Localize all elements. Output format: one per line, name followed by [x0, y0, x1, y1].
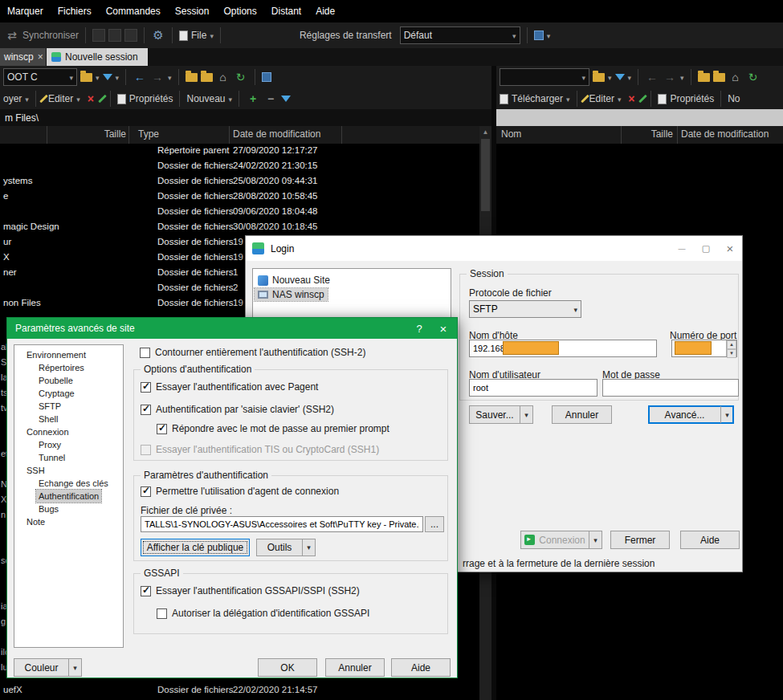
back-icon[interactable]: ←: [133, 70, 147, 84]
remote-path-bar[interactable]: [496, 109, 783, 126]
help-button[interactable]: Aide: [391, 658, 451, 677]
menu-item-session[interactable]: Session: [168, 6, 217, 17]
close-icon[interactable]: [433, 318, 454, 339]
chevron-down-icon[interactable]: [547, 30, 551, 41]
checkbox-checked[interactable]: [141, 382, 151, 393]
chevron-down-icon[interactable]: [76, 93, 80, 104]
checkbox-checked[interactable]: [157, 424, 167, 434]
file-row[interactable]: ystems Dossier de fichiers 25/08/2020 09…: [0, 174, 479, 189]
color-button[interactable]: Couleur: [14, 658, 82, 677]
menu-item-marquer[interactable]: Marquer: [0, 6, 51, 17]
column-header-name[interactable]: Nom: [501, 128, 521, 140]
tree-item-new-site[interactable]: Nouveau Site: [255, 274, 333, 287]
menu-item-fichiers[interactable]: Fichiers: [51, 6, 99, 17]
filter-icon[interactable]: [615, 74, 625, 80]
column-header-size[interactable]: Taille: [48, 128, 126, 140]
gssapi-delegation-checkbox-row[interactable]: Autoriser la délégation d'identification…: [157, 608, 369, 619]
filter-icon[interactable]: [281, 96, 291, 102]
spin-down-icon[interactable]: ▼: [727, 349, 736, 358]
console-tool-icon[interactable]: [108, 29, 121, 42]
login-titlebar[interactable]: Login: [246, 236, 742, 261]
edit-button[interactable]: Editer: [48, 93, 73, 104]
help-button[interactable]: Aide: [680, 531, 740, 549]
tree-item-echange-des-cles[interactable]: Echange des clés: [36, 477, 111, 490]
tree-item-shell[interactable]: Shell: [36, 413, 60, 425]
file-row[interactable]: Dossier de fichiers 24/02/2020 21:30:15: [0, 159, 479, 174]
parent-directory-icon[interactable]: [186, 73, 198, 82]
chevron-down-icon[interactable]: [628, 71, 632, 83]
local-drive-combo[interactable]: OOT C: [3, 68, 77, 86]
cancel-button[interactable]: Annuler: [552, 405, 612, 424]
checkbox-unchecked[interactable]: [157, 608, 167, 619]
bypass-auth-checkbox-row[interactable]: Contourner entièrement l'authentificatio…: [140, 347, 365, 358]
keyboard-interactive-checkbox-row[interactable]: Authentification par 'saisie clavier' (S…: [141, 404, 334, 415]
home-icon[interactable]: ⌂: [216, 70, 230, 84]
remove-icon[interactable]: −: [263, 92, 278, 106]
private-key-input[interactable]: [141, 516, 423, 532]
menu-item-aide[interactable]: Aide: [308, 6, 342, 17]
column-separator[interactable]: [621, 126, 622, 144]
host-input[interactable]: [469, 340, 657, 357]
chevron-down-icon[interactable]: [720, 406, 733, 423]
column-separator[interactable]: [128, 126, 129, 144]
scroll-up-icon[interactable]: ▲: [479, 126, 491, 138]
refresh-icon[interactable]: ↻: [234, 70, 248, 84]
open-directory-icon[interactable]: [593, 73, 605, 82]
ok-button[interactable]: OK: [258, 658, 317, 677]
transfer-preset-combo[interactable]: Défaut: [400, 26, 520, 44]
tree-item-ssh[interactable]: SSH: [24, 464, 47, 477]
column-separator[interactable]: [341, 126, 342, 144]
chevron-down-icon[interactable]: [302, 539, 315, 556]
delete-icon[interactable]: ×: [624, 92, 638, 106]
file-row[interactable]: e Dossier de fichiers 28/08/2020 10:58:4…: [0, 189, 479, 205]
chevron-down-icon[interactable]: [116, 71, 120, 83]
home-icon[interactable]: ⌂: [728, 70, 743, 84]
tree-item-authentification[interactable]: Authentification: [36, 490, 101, 503]
advanced-titlebar[interactable]: Paramètres avancés de site: [7, 318, 457, 339]
synchronize-button[interactable]: Synchroniser: [22, 30, 79, 41]
first-prompt-checkbox-row[interactable]: Répondre avec le mot de passe au premier…: [157, 423, 389, 434]
open-directory-icon[interactable]: [80, 73, 92, 82]
password-input[interactable]: [602, 379, 739, 397]
scrollbar-thumb[interactable]: [481, 139, 490, 211]
column-separator[interactable]: [47, 126, 47, 144]
column-header-date[interactable]: Date de modification: [233, 128, 320, 140]
properties-button[interactable]: Propriétés: [670, 93, 714, 104]
username-input[interactable]: [469, 379, 597, 397]
save-button[interactable]: Sauver...: [469, 405, 533, 424]
advanced-button[interactable]: Avancé...: [648, 405, 734, 424]
synchronize-icon[interactable]: ⇄: [5, 28, 19, 43]
tree-item-repertoires[interactable]: Répertoires: [36, 361, 87, 374]
show-public-key-button[interactable]: Afficher la clé publique: [141, 539, 250, 556]
chevron-down-icon[interactable]: [168, 71, 172, 83]
agent-forwarding-checkbox-row[interactable]: Permettre l'utilisation d'agent de conne…: [141, 486, 339, 497]
menu-item-options[interactable]: Options: [216, 6, 263, 17]
menu-item-distant[interactable]: Distant: [264, 6, 308, 17]
chevron-down-icon[interactable]: [680, 71, 684, 83]
tree-item-note[interactable]: Note: [24, 515, 47, 528]
port-stepper[interactable]: ▲▼: [726, 340, 736, 356]
tree-item-environnement[interactable]: Environnement: [24, 348, 88, 361]
new-button[interactable]: Nouveau: [186, 93, 225, 104]
column-separator[interactable]: [677, 126, 678, 144]
checkbox-checked[interactable]: [141, 586, 151, 596]
column-separator[interactable]: [229, 126, 230, 144]
tree-item-cryptage[interactable]: Cryptage: [36, 387, 77, 400]
protocol-combo[interactable]: SFTP: [469, 300, 581, 318]
rename-icon[interactable]: [98, 95, 107, 104]
chevron-down-icon[interactable]: [520, 406, 532, 423]
file-row[interactable]: Répertoire parent 27/09/2020 12:17:27: [0, 144, 479, 159]
tab-new-session[interactable]: Nouvelle session: [47, 48, 148, 66]
column-header-size[interactable]: Taille: [625, 128, 673, 140]
tree-item-tunnel[interactable]: Tunnel: [36, 451, 67, 464]
chevron-down-icon[interactable]: [25, 93, 29, 104]
download-button[interactable]: Télécharger: [512, 93, 563, 104]
tree-item-bugs[interactable]: Bugs: [36, 503, 61, 515]
forward-icon[interactable]: →: [150, 70, 165, 84]
chevron-down-icon[interactable]: [608, 71, 612, 83]
checkbox-checked[interactable]: [141, 486, 151, 497]
chevron-down-icon[interactable]: [210, 30, 214, 41]
maximize-icon[interactable]: [694, 236, 718, 261]
chevron-down-icon[interactable]: [68, 659, 81, 676]
close-icon[interactable]: [718, 236, 742, 261]
